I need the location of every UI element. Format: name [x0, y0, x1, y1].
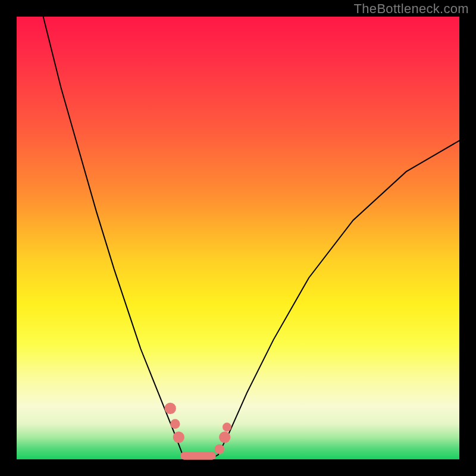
valley-floor-marker [180, 452, 216, 459]
curve-marker-2 [173, 431, 184, 443]
curve-marker-4 [219, 431, 230, 443]
chart-curve-group [43, 17, 459, 458]
chart-frame: TheBottleneck.com [0, 0, 476, 476]
chart-marker-group [165, 403, 231, 460]
bottleneck-curve [43, 17, 459, 458]
curve-marker-0 [165, 403, 176, 414]
curve-marker-5 [223, 422, 231, 431]
curve-marker-1 [170, 419, 180, 428]
curve-marker-3 [215, 444, 224, 454]
chart-plot-area [17, 17, 459, 459]
chart-svg [17, 17, 459, 459]
watermark-text: TheBottleneck.com [354, 1, 469, 17]
